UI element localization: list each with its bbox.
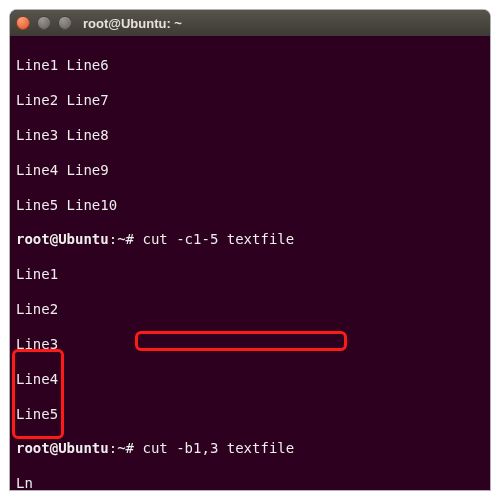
output-line: Line5	[16, 406, 484, 423]
prompt-path: ~	[117, 440, 125, 456]
output-line: Line2	[16, 301, 484, 318]
output-line: Line2 Line7	[16, 92, 484, 109]
prompt-sep: :	[109, 440, 117, 456]
output-line: Line3	[16, 336, 484, 353]
output-line: Line4	[16, 371, 484, 388]
prompt-user: root@Ubuntu	[16, 231, 109, 247]
output-line: Line3 Line8	[16, 127, 484, 144]
prompt-path: ~	[117, 231, 125, 247]
output-line: Line1 Line6	[16, 57, 484, 74]
maximize-icon[interactable]	[58, 16, 72, 30]
terminal-window: root@Ubuntu: ~ Line1 Line6 Line2 Line7 L…	[10, 10, 490, 490]
prompt-hash: #	[126, 440, 134, 456]
titlebar[interactable]: root@Ubuntu: ~	[10, 10, 490, 36]
terminal-body[interactable]: Line1 Line6 Line2 Line7 Line3 Line8 Line…	[10, 36, 490, 490]
output-line: Ln	[16, 475, 484, 490]
command-text: cut -b1,3 textfile	[142, 440, 294, 456]
output-line: Line4 Line9	[16, 162, 484, 179]
output-line: Line1	[16, 266, 484, 283]
prompt-line: root@Ubuntu:~# cut -c1-5 textfile	[16, 231, 484, 248]
prompt-hash: #	[126, 231, 134, 247]
window-title: root@Ubuntu: ~	[83, 16, 182, 31]
command-text: cut -c1-5 textfile	[142, 231, 294, 247]
highlight-output	[12, 349, 64, 439]
minimize-icon[interactable]	[37, 16, 51, 30]
output-line: Line5 Line10	[16, 197, 484, 214]
prompt-line: root@Ubuntu:~# cut -b1,3 textfile	[16, 440, 484, 457]
close-icon[interactable]	[16, 16, 30, 30]
prompt-sep: :	[109, 231, 117, 247]
prompt-user: root@Ubuntu	[16, 440, 109, 456]
